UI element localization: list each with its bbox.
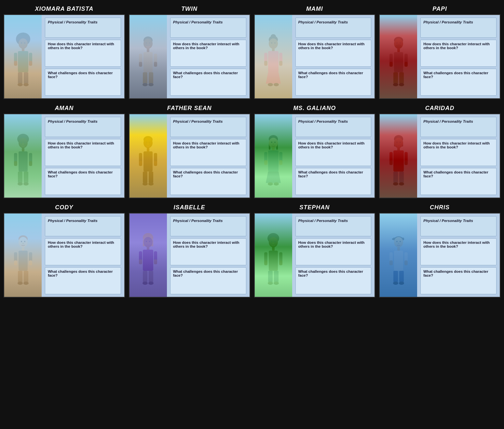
challenges-label: What challenges does this character face… <box>298 270 363 277</box>
interact-label: How does this character interact with ot… <box>48 42 114 50</box>
interact-label: How does this character interact with ot… <box>48 141 114 149</box>
character-name: ISABELLE <box>129 202 250 213</box>
interact-section: How does this character interact with ot… <box>420 139 497 166</box>
character-name: CARIDAD <box>379 103 500 114</box>
traits-section: Physical / Personality Traits <box>420 18 497 38</box>
character-image <box>380 15 417 98</box>
character-name: CHRIS <box>379 202 500 213</box>
traits-label: Physical / Personality Traits <box>423 219 473 223</box>
character-image <box>129 214 167 297</box>
interact-section: How does this character interact with ot… <box>45 238 121 265</box>
character-card: XIOMARA BATISTA <box>3 3 126 100</box>
character-name: XIOMARA BATISTA <box>4 4 125 14</box>
character-card: FATHER SEAN <box>128 102 251 199</box>
challenges-section: What challenges does this character face… <box>420 168 497 195</box>
challenges-label: What challenges does this character face… <box>173 71 238 79</box>
interact-label: How does this character interact with ot… <box>48 241 114 248</box>
character-image <box>129 114 167 198</box>
traits-section: Physical / Personality Traits <box>295 18 372 38</box>
traits-label: Physical / Personality Traits <box>298 119 348 123</box>
challenges-label: What challenges does this character face… <box>48 170 113 178</box>
challenges-section: What challenges does this character face… <box>295 168 372 195</box>
card-content: Physical / Personality Traits How does t… <box>417 15 500 98</box>
interact-section: How does this character interact with ot… <box>170 139 246 166</box>
character-card: MS. GALIANO <box>253 102 376 199</box>
interact-section: How does this character interact with ot… <box>295 139 372 166</box>
challenges-section: What challenges does this character face… <box>295 69 372 96</box>
traits-label: Physical / Personality Traits <box>48 20 98 24</box>
interact-label: How does this character interact with ot… <box>423 141 490 149</box>
character-card: MAMI <box>253 3 376 100</box>
challenges-label: What challenges does this character face… <box>298 170 363 178</box>
interact-label: How does this character interact with ot… <box>298 141 365 149</box>
card-content: Physical / Personality Traits How does t… <box>42 114 124 198</box>
traits-label: Physical / Personality Traits <box>48 119 98 123</box>
character-image <box>4 214 42 297</box>
card-content: Physical / Personality Traits How does t… <box>292 214 375 297</box>
character-card: ISABELLE <box>128 201 251 298</box>
traits-section: Physical / Personality Traits <box>170 117 246 137</box>
interact-label: How does this character interact with ot… <box>173 42 239 50</box>
traits-label: Physical / Personality Traits <box>173 20 223 24</box>
challenges-section: What challenges does this character face… <box>170 69 246 96</box>
challenges-label: What challenges does this character face… <box>48 71 113 79</box>
interact-label: How does this character interact with ot… <box>173 141 239 149</box>
character-card: CODY <box>3 201 126 298</box>
character-card: CHRIS <box>378 201 501 298</box>
challenges-section: What challenges does this character face… <box>45 69 121 96</box>
card-content: Physical / Personality Traits How does t… <box>167 15 250 98</box>
interact-label: How does this character interact with ot… <box>423 42 490 50</box>
traits-label: Physical / Personality Traits <box>423 119 473 123</box>
character-name: MAMI <box>254 4 375 14</box>
traits-label: Physical / Personality Traits <box>298 20 348 24</box>
interact-label: How does this character interact with ot… <box>298 241 365 248</box>
challenges-section: What challenges does this character face… <box>295 267 372 294</box>
interact-label: How does this character interact with ot… <box>423 241 490 248</box>
character-name: MS. GALIANO <box>254 103 375 114</box>
challenges-section: What challenges does this character face… <box>45 267 121 294</box>
character-card: AMAN <box>3 102 126 199</box>
traits-section: Physical / Personality Traits <box>45 216 121 236</box>
challenges-label: What challenges does this character face… <box>48 270 113 277</box>
character-image <box>255 114 292 198</box>
traits-section: Physical / Personality Traits <box>420 216 497 236</box>
traits-label: Physical / Personality Traits <box>173 219 223 223</box>
challenges-section: What challenges does this character face… <box>170 168 246 195</box>
traits-section: Physical / Personality Traits <box>45 117 121 137</box>
traits-label: Physical / Personality Traits <box>48 219 98 223</box>
traits-label: Physical / Personality Traits <box>298 219 348 223</box>
interact-section: How does this character interact with ot… <box>170 238 246 265</box>
character-image <box>380 114 417 198</box>
interact-label: How does this character interact with ot… <box>173 241 239 248</box>
interact-section: How does this character interact with ot… <box>420 238 497 265</box>
card-content: Physical / Personality Traits How does t… <box>292 15 375 98</box>
card-content: Physical / Personality Traits How does t… <box>167 114 250 198</box>
challenges-label: What challenges does this character face… <box>173 270 238 277</box>
character-name: PAPI <box>379 4 500 14</box>
card-content: Physical / Personality Traits How does t… <box>417 114 500 198</box>
card-content: Physical / Personality Traits How does t… <box>42 214 124 297</box>
traits-section: Physical / Personality Traits <box>420 117 497 137</box>
character-name: TWIN <box>129 4 250 14</box>
challenges-section: What challenges does this character face… <box>45 168 121 195</box>
card-content: Physical / Personality Traits How does t… <box>42 15 124 98</box>
challenges-section: What challenges does this character face… <box>420 69 497 96</box>
character-image <box>4 114 42 198</box>
traits-section: Physical / Personality Traits <box>45 18 121 38</box>
character-card: CARIDAD <box>378 102 501 199</box>
traits-label: Physical / Personality Traits <box>423 20 473 24</box>
traits-section: Physical / Personality Traits <box>295 216 372 236</box>
character-grid: XIOMARA BATISTA <box>3 3 501 298</box>
character-image <box>255 214 292 297</box>
character-name: STEPHAN <box>254 202 375 213</box>
interact-section: How does this character interact with ot… <box>45 40 121 67</box>
traits-section: Physical / Personality Traits <box>170 216 246 236</box>
character-name: AMAN <box>4 103 125 114</box>
character-card: STEPHAN <box>253 201 376 298</box>
character-card: PAPI <box>378 3 501 100</box>
interact-section: How does this character interact with ot… <box>45 139 121 166</box>
card-content: Physical / Personality Traits How does t… <box>292 114 375 198</box>
traits-section: Physical / Personality Traits <box>295 117 372 137</box>
traits-section: Physical / Personality Traits <box>170 18 246 38</box>
character-image <box>380 214 417 297</box>
